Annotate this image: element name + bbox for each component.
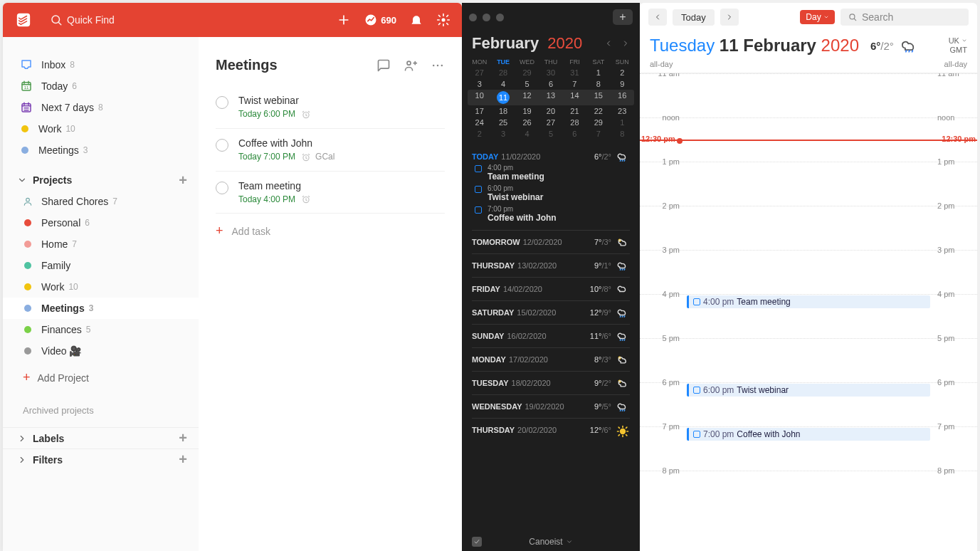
mini-day[interactable]: 16: [611, 90, 634, 105]
mini-day[interactable]: 26: [515, 117, 539, 128]
add-icon[interactable]: +: [179, 451, 187, 468]
filter-inbox[interactable]: Inbox8: [3, 54, 199, 75]
task-checkbox[interactable]: [216, 96, 228, 109]
mini-day[interactable]: 28: [563, 117, 586, 128]
project-finances[interactable]: Finances5: [3, 319, 199, 340]
mini-day[interactable]: 8: [586, 78, 610, 90]
task-row[interactable]: Coffee with JohnToday 7:00 PMGCal: [216, 129, 445, 172]
pinned-project-work[interactable]: Work10: [3, 118, 199, 140]
mini-day[interactable]: 22: [586, 105, 610, 117]
project-work[interactable]: Work10: [3, 276, 199, 298]
traffic-max-icon[interactable]: [496, 14, 504, 21]
add-event-button[interactable]: +: [613, 9, 633, 25]
agenda-event[interactable]: 6:00 pmTwist webinar: [472, 183, 630, 204]
calendar-event[interactable]: 7:00 pmCoffee with John: [687, 428, 930, 441]
calendar-search[interactable]: Search: [841, 9, 969, 26]
hour-row[interactable]: 1 pm1 pm: [640, 162, 977, 206]
mini-day[interactable]: 27: [539, 117, 562, 128]
event-checkbox-icon[interactable]: [693, 431, 700, 438]
mini-day[interactable]: 7: [586, 128, 610, 140]
mini-day[interactable]: 24: [468, 117, 491, 128]
mini-day[interactable]: 4: [491, 78, 515, 90]
mini-day[interactable]: 14: [563, 90, 586, 105]
mini-day[interactable]: 30: [539, 67, 562, 78]
mini-day[interactable]: 13: [539, 90, 562, 105]
mini-day[interactable]: 10: [468, 90, 491, 105]
next-month-icon[interactable]: [621, 39, 630, 48]
mini-day[interactable]: 23: [611, 105, 634, 117]
task-row[interactable]: Team meetingToday 4:00 PM: [216, 172, 445, 214]
quick-find[interactable]: Quick Find: [50, 14, 337, 26]
event-checkbox-icon[interactable]: [475, 165, 482, 172]
mini-calendar[interactable]: MONTUEWEDTHUFRISATSUN 272829303112345678…: [462, 54, 640, 145]
hour-row[interactable]: 11 am11 am: [640, 73, 977, 117]
mini-day[interactable]: 9: [611, 78, 634, 90]
mini-day[interactable]: 5: [515, 78, 539, 90]
calendar-event[interactable]: 4:00 pmTeam meeting: [687, 295, 930, 308]
mini-day[interactable]: 1: [611, 117, 634, 128]
event-checkbox-icon[interactable]: [693, 387, 700, 394]
mini-day[interactable]: 1: [586, 67, 610, 78]
next-day-button[interactable]: [720, 9, 739, 26]
traffic-close-icon[interactable]: [469, 14, 477, 21]
project-meetings[interactable]: Meetings3: [3, 298, 199, 319]
calendar-grid[interactable]: 11 am11 amnoonnoon1 pm1 pm2 pm2 pm3 pm3 …: [640, 73, 977, 551]
more-icon[interactable]: [431, 58, 445, 73]
agenda-day-list[interactable]: TODAY11/02/20206°/2°4:00 pmTeam meeting6…: [462, 145, 640, 530]
profile-name[interactable]: Canoeist: [529, 537, 562, 547]
hour-row[interactable]: 3 pm3 pm: [640, 250, 977, 294]
calendar-event[interactable]: 6:00 pmTwist webinar: [687, 384, 930, 397]
locale-info[interactable]: UK GMT: [949, 36, 967, 55]
hour-row[interactable]: 8 pm8 pm: [640, 471, 977, 515]
project-home[interactable]: Home7: [3, 233, 199, 255]
add-task-button[interactable]: + Add task: [216, 214, 445, 248]
pinned-project-meetings[interactable]: Meetings3: [3, 140, 199, 161]
mini-day[interactable]: 19: [515, 105, 539, 117]
checkbox-icon[interactable]: [472, 537, 482, 547]
mini-day[interactable]: 12: [515, 90, 539, 105]
share-icon[interactable]: [404, 58, 418, 73]
today-button[interactable]: Today: [673, 9, 715, 26]
mini-day[interactable]: 25: [491, 117, 515, 128]
filter-next-7-days[interactable]: Next 7 days8: [3, 97, 199, 118]
mini-day[interactable]: 15: [586, 90, 610, 105]
mini-day[interactable]: 7: [563, 78, 586, 90]
task-checkbox[interactable]: [216, 182, 228, 194]
mini-day[interactable]: 2: [611, 67, 634, 78]
mini-day[interactable]: 31: [563, 67, 586, 78]
mini-day[interactable]: 29: [515, 67, 539, 78]
bell-icon[interactable]: [409, 13, 423, 27]
comment-icon[interactable]: [376, 58, 391, 73]
add-icon[interactable]: +: [179, 430, 187, 446]
event-checkbox-icon[interactable]: [475, 186, 482, 193]
add-project-icon[interactable]: +: [179, 172, 187, 189]
project-family[interactable]: Family: [3, 255, 199, 276]
hour-row[interactable]: 2 pm2 pm: [640, 206, 977, 250]
mini-day[interactable]: 3: [468, 78, 491, 90]
hour-row[interactable]: 5 pm5 pm: [640, 338, 977, 382]
todoist-logo-icon[interactable]: [14, 11, 33, 29]
mini-day[interactable]: 20: [539, 105, 562, 117]
add-project-button[interactable]: + Add Project: [3, 362, 199, 394]
gear-icon[interactable]: [436, 13, 451, 27]
prev-day-button[interactable]: [648, 9, 667, 26]
mini-day[interactable]: 28: [491, 67, 515, 78]
project-sharedchores[interactable]: Shared Chores7: [3, 191, 199, 212]
event-checkbox-icon[interactable]: [475, 206, 482, 214]
traffic-min-icon[interactable]: [483, 14, 490, 21]
project-video[interactable]: Video 🎥: [3, 340, 199, 362]
section-filters[interactable]: Filters+: [3, 448, 199, 470]
mini-day[interactable]: 4: [515, 128, 539, 140]
projects-header[interactable]: Projects +: [3, 169, 199, 191]
mini-day[interactable]: 21: [563, 105, 586, 117]
archived-projects[interactable]: Archived projects: [3, 394, 199, 427]
mini-day[interactable]: 2: [468, 128, 491, 140]
agenda-event[interactable]: 4:00 pmTeam meeting: [472, 162, 630, 183]
agenda-event[interactable]: 7:00 pmCoffee with John: [472, 204, 630, 224]
section-labels[interactable]: Labels+: [3, 427, 199, 448]
task-checkbox[interactable]: [216, 139, 228, 152]
karma-counter[interactable]: 690: [364, 13, 396, 27]
mini-day[interactable]: 11: [491, 90, 515, 105]
mini-day[interactable]: 6: [539, 78, 562, 90]
view-selector[interactable]: Day: [800, 10, 835, 24]
